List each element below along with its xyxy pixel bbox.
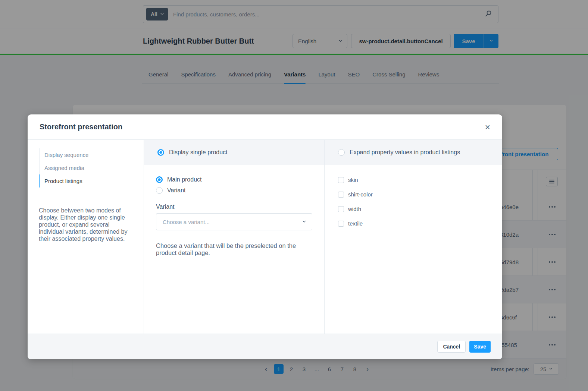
shirt-color-checkbox[interactable]	[338, 192, 344, 198]
nav-item-assigned-media[interactable]: Assigned media	[39, 161, 133, 174]
textile-label: textile	[348, 220, 363, 227]
screen: All Lightweight Rubber Butter Butt Engli…	[0, 0, 588, 391]
nav-item-display-sequence[interactable]: Display sequence	[39, 148, 133, 161]
close-icon[interactable]: ×	[485, 123, 490, 131]
skin-checkbox[interactable]	[338, 177, 344, 183]
expand-property-values-radio[interactable]	[338, 149, 345, 156]
mode-description: Choose between two modes of display. Eit…	[39, 207, 133, 242]
modal-title: Storefront presentation	[40, 123, 485, 131]
variant-option-label: Variant	[167, 187, 186, 194]
width-label: width	[348, 206, 361, 212]
save-button-modal[interactable]: Save	[469, 341, 491, 353]
display-single-product-label: Display single product	[169, 149, 228, 156]
property-option-textile: textile	[338, 220, 489, 227]
main-product-radio[interactable]	[156, 176, 163, 183]
chevron-down-icon	[303, 219, 306, 223]
expand-properties-column: Expand property values in product listin…	[325, 140, 502, 334]
single-product-column: Display single product Main product Vari…	[144, 140, 325, 334]
main-product-label: Main product	[167, 176, 202, 183]
textile-checkbox[interactable]	[338, 221, 344, 227]
variant-help-text: Choose a variant that will be the presel…	[156, 242, 306, 256]
nav-item-product-listings[interactable]: Product listings	[39, 174, 133, 187]
modal-body: Display sequence Assigned media Product …	[28, 140, 502, 334]
modal-header: Storefront presentation ×	[28, 114, 502, 140]
modal-sidebar: Display sequence Assigned media Product …	[28, 140, 144, 334]
expand-mode-header: Expand property values in product listin…	[325, 140, 502, 165]
expand-property-values-label: Expand property values in product listin…	[350, 149, 460, 156]
modal-footer: Cancel Save	[28, 334, 502, 359]
property-checklist: skin shirt-color width textile	[325, 165, 502, 235]
cancel-button[interactable]: Cancel	[437, 341, 466, 353]
variant-field-label: Variant	[156, 204, 312, 210]
property-option-shirt-color: shirt-color	[338, 191, 489, 198]
variant-option: Variant	[156, 187, 312, 194]
single-product-mode-header: Display single product	[144, 140, 324, 165]
variant-select-placeholder: Choose a variant...	[163, 219, 210, 225]
property-option-skin: skin	[338, 177, 489, 183]
variant-radio[interactable]	[156, 187, 163, 194]
single-product-options: Main product Variant Variant Choose a va…	[144, 165, 324, 256]
shirt-color-label: shirt-color	[348, 191, 373, 198]
storefront-presentation-modal: Storefront presentation × Display sequen…	[28, 114, 502, 359]
variant-select[interactable]: Choose a variant...	[156, 213, 312, 230]
modal-nav: Display sequence Assigned media Product …	[39, 148, 133, 187]
width-checkbox[interactable]	[338, 206, 344, 212]
property-option-width: width	[338, 206, 489, 212]
skin-label: skin	[348, 177, 358, 183]
display-single-product-radio[interactable]	[157, 149, 164, 156]
main-product-option: Main product	[156, 176, 312, 183]
